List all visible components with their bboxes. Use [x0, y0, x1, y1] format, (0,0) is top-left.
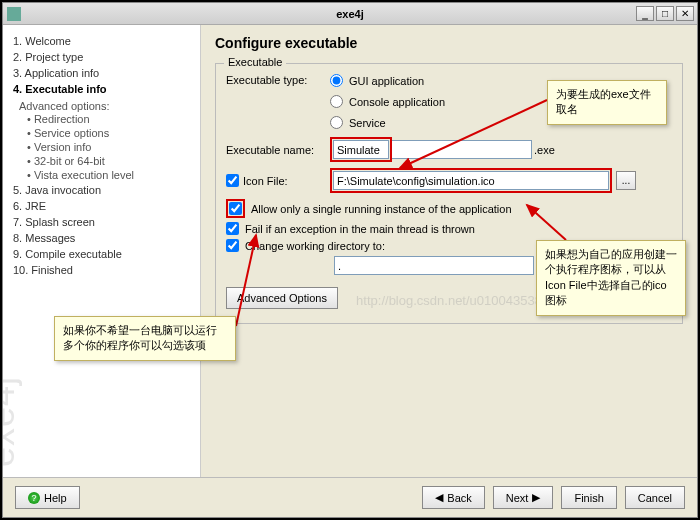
sidebar-step-4[interactable]: 4. Executable info [13, 81, 200, 97]
callout-icon: 如果想为自己的应用创建一个执行程序图标，可以从Icon File中选择自己的ic… [536, 240, 686, 316]
callout-single: 如果你不希望一台电脑可以运行多个你的程序你可以勾选该项 [54, 316, 236, 361]
sidebar-step-5[interactable]: 5. Java invocation [13, 182, 200, 198]
icon-file-input[interactable] [333, 171, 609, 190]
radio-service[interactable]: Service [330, 116, 445, 129]
single-instance-checkbox[interactable] [229, 202, 242, 215]
icon-browse-button[interactable]: ... [616, 171, 636, 190]
cancel-button[interactable]: Cancel [625, 486, 685, 509]
fail-exception-checkbox[interactable] [226, 222, 239, 235]
sidebar-step-9[interactable]: 9. Compile executable [13, 246, 200, 262]
sidebar-adv-version[interactable]: • Version info [27, 140, 200, 154]
sidebar-adv-vista[interactable]: • Vista execution level [27, 168, 200, 182]
fail-exception-row[interactable]: Fail if an exception in the main thread … [226, 222, 672, 235]
triangle-right-icon: ▶ [532, 491, 540, 504]
help-button[interactable]: ?Help [15, 486, 80, 509]
radio-gui[interactable]: GUI application [330, 74, 445, 87]
callout-name: 为要生成的exe文件取名 [547, 80, 667, 125]
sidebar-advanced-head: Advanced options: [19, 97, 200, 112]
advanced-options-button[interactable]: Advanced Options [226, 287, 338, 309]
app-icon [7, 7, 21, 21]
sidebar-logo: exe4j [3, 376, 23, 467]
finish-button[interactable]: Finish [561, 486, 616, 509]
radio-service-input[interactable] [330, 116, 343, 129]
page-heading: Configure executable [215, 35, 683, 51]
sidebar-step-7[interactable]: 7. Splash screen [13, 214, 200, 230]
icon-file-checkbox-label[interactable]: Icon File: [226, 174, 330, 187]
triangle-left-icon: ◀ [435, 491, 443, 504]
group-legend: Executable [224, 56, 286, 68]
sidebar-adv-service[interactable]: • Service options [27, 126, 200, 140]
exe-name-input-rest[interactable] [392, 140, 532, 159]
sidebar-step-8[interactable]: 8. Messages [13, 230, 200, 246]
exe-name-label: Executable name: [226, 144, 330, 156]
radio-console-input[interactable] [330, 95, 343, 108]
exe-type-label: Executable type: [226, 74, 330, 86]
help-icon: ? [28, 492, 40, 504]
sidebar-step-6[interactable]: 6. JRE [13, 198, 200, 214]
working-dir-input[interactable] [334, 256, 534, 275]
exe-suffix: .exe [534, 144, 555, 156]
radio-console[interactable]: Console application [330, 95, 445, 108]
back-button[interactable]: ◀Back [422, 486, 484, 509]
minimize-button[interactable]: ‗ [636, 6, 654, 21]
sidebar-step-2[interactable]: 2. Project type [13, 49, 200, 65]
next-button[interactable]: Next▶ [493, 486, 554, 509]
window-title: exe4j [336, 8, 364, 20]
maximize-button[interactable]: □ [656, 6, 674, 21]
single-instance-row[interactable]: Allow only a single running instance of … [226, 199, 672, 218]
exe-name-input[interactable] [333, 140, 389, 159]
sidebar-adv-redirection[interactable]: • Redirection [27, 112, 200, 126]
change-dir-checkbox[interactable] [226, 239, 239, 252]
wizard-navbar: ?Help ◀Back Next▶ Finish Cancel [3, 477, 697, 517]
titlebar: exe4j ‗ □ ✕ [3, 3, 697, 25]
icon-file-checkbox[interactable] [226, 174, 239, 187]
sidebar-step-1[interactable]: 1. Welcome [13, 33, 200, 49]
radio-gui-input[interactable] [330, 74, 343, 87]
close-button[interactable]: ✕ [676, 6, 694, 21]
wizard-sidebar: 1. Welcome 2. Project type 3. Applicatio… [3, 25, 201, 477]
sidebar-step-10[interactable]: 10. Finished [13, 262, 200, 278]
sidebar-step-3[interactable]: 3. Application info [13, 65, 200, 81]
sidebar-adv-bits[interactable]: • 32-bit or 64-bit [27, 154, 200, 168]
